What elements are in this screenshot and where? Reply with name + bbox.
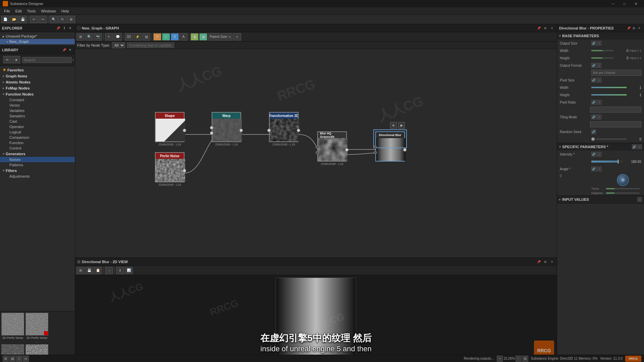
node-dirblur-in-port2[interactable]	[374, 151, 377, 154]
lib-item-noises[interactable]: Noises	[0, 157, 75, 162]
node-dirblur[interactable]: ⊕ ▶ Directional Blur	[375, 131, 405, 162]
node-warp-in-port1[interactable]	[210, 126, 213, 129]
lib-filters[interactable]: ▾ Filters	[0, 168, 75, 174]
node-shape-out-port[interactable]	[183, 129, 186, 132]
menu-help[interactable]: Help	[59, 8, 72, 14]
node-blurhq-in-port2[interactable]	[316, 151, 319, 154]
bottom-btn-1[interactable]: ⊞	[3, 356, 9, 362]
menu-file[interactable]: File	[1, 8, 13, 14]
angle-dial[interactable]	[617, 174, 629, 186]
node-shape[interactable]: Shape 2048x2048 - L16	[155, 112, 184, 146]
undo-button[interactable]: ↩	[30, 16, 38, 23]
graph-color-a[interactable]: A	[179, 33, 187, 41]
width-slider[interactable]	[591, 50, 613, 51]
base-params-header[interactable]: ▾ BASE PARAMETERS	[557, 32, 644, 40]
node-trans2d-in-port[interactable]	[267, 129, 271, 132]
props-close[interactable]: ✕	[637, 25, 642, 31]
bottom-btn-4[interactable]: ◎	[23, 356, 29, 362]
tree-item-graph[interactable]: ▪ New_Graph	[0, 39, 75, 44]
props-maximize[interactable]: ⊞	[631, 25, 637, 31]
random-seed-slider[interactable]	[596, 138, 627, 140]
specific-link-btn[interactable]: 🔗	[632, 144, 637, 149]
thumb-3d-perlin[interactable]: 3D Perlin Noise	[1, 313, 24, 343]
view2d-fit-btn[interactable]: ⊞	[76, 267, 85, 274]
minimize-button[interactable]: ─	[608, 0, 619, 7]
input-values-rel-btn[interactable]: ↕	[637, 197, 642, 202]
node-blurhq-out-port[interactable]	[345, 148, 348, 152]
pixel-height-slider[interactable]	[591, 94, 627, 96]
graph-comment-btn[interactable]: 💬	[114, 33, 122, 41]
intensity-rel-btn[interactable]: ↕	[597, 152, 601, 157]
node-blurhq-in-port1[interactable]	[316, 145, 319, 149]
filter-type-select[interactable]: All	[112, 42, 125, 48]
view2d-close[interactable]: ✕	[549, 259, 555, 264]
graph-color-3[interactable]: ▣	[199, 33, 207, 41]
bottom-btn-3[interactable]: ⬡	[16, 356, 22, 362]
graph-zoom-btn[interactable]: 🔍	[85, 33, 93, 41]
graph-select-btn[interactable]: ↖	[105, 33, 113, 41]
tiling-link-btn[interactable]: 🔗	[591, 115, 596, 119]
graph-screenshot-btn[interactable]: 📷	[94, 33, 102, 41]
lib-item-cast[interactable]: Cast	[0, 119, 75, 124]
degrees-slider[interactable]	[606, 192, 640, 194]
lib-item-constant[interactable]: Constant	[0, 97, 75, 103]
intensity-slider-handle[interactable]	[618, 160, 619, 164]
explorer-pin[interactable]: 📌	[55, 25, 61, 31]
lib-item-variables[interactable]: Variables	[0, 108, 75, 113]
lib-item-comparison[interactable]: Comparison	[0, 135, 75, 140]
view2d-maximize[interactable]: ⊞	[543, 259, 548, 264]
lib-item-vector[interactable]: Vector	[0, 103, 75, 108]
explorer-close[interactable]: ✕	[67, 25, 73, 31]
specific-rel-btn[interactable]: ↕	[637, 144, 642, 149]
random-seed-link-btn[interactable]: 🔗	[591, 129, 596, 134]
save-button[interactable]: 💾	[19, 16, 27, 23]
explorer-controls[interactable]: 📌 ℹ ✕	[55, 25, 73, 31]
library-controls[interactable]: 📌 ✕	[61, 47, 73, 53]
node-dirblur-in-port1[interactable]	[374, 145, 377, 149]
thumb-img-3d-perlin-2[interactable]	[25, 313, 48, 336]
graph-expand-btn[interactable]: »	[233, 33, 241, 41]
graph-color-r[interactable]: R	[153, 33, 161, 41]
view2d-arrow-btn[interactable]: →	[105, 267, 113, 274]
lib-item-function[interactable]: Function	[0, 140, 75, 145]
node-perlinnoise[interactable]: Perlin Noise 2048x2048 - L16	[155, 152, 184, 186]
angle-rel-btn[interactable]: ↕	[597, 167, 601, 171]
new-button[interactable]: 📄	[1, 16, 9, 23]
redo-button[interactable]: ↪	[39, 16, 47, 23]
pixel-size-rel-btn[interactable]: ↕	[597, 78, 601, 82]
lib-item-logical[interactable]: Logical	[0, 129, 75, 135]
view2d-copy-btn[interactable]: 📋	[94, 267, 102, 274]
output-format-rel-btn[interactable]: ↕	[597, 63, 601, 68]
graph-canvas[interactable]: 人人CG RRCG 人人CG	[75, 49, 557, 257]
tree-item-package[interactable]: ▸ Unsaved Package*	[0, 34, 75, 39]
thumb-3d-perlin-2[interactable]: 3D Perlin Noise ...	[25, 313, 48, 343]
graph-fit-btn[interactable]: ⊞	[76, 33, 85, 41]
zoom-out-btn[interactable]: -	[516, 356, 522, 362]
graph-maximize[interactable]: ⊞	[543, 25, 548, 31]
node-dirblur-icon2[interactable]: ▶	[398, 122, 405, 129]
pixel-ratio-link-btn[interactable]: 🔗	[591, 100, 596, 105]
graph-parent-size[interactable]: Parent Size: »	[208, 33, 232, 41]
pixel-width-slider[interactable]	[591, 87, 627, 88]
lib-function-nodes[interactable]: ▾ Function Nodes	[0, 91, 75, 97]
lib-generators[interactable]: ▾ Generators	[0, 151, 75, 157]
height-slider[interactable]	[591, 57, 613, 59]
node-perlinnoise-out-port[interactable]	[183, 169, 186, 172]
view2d-canvas[interactable]: 人人CG RRCG 人人CG 在虚幻引擎5中的纹理 然后 inside of u…	[75, 275, 557, 362]
open-button[interactable]: 📂	[10, 16, 18, 23]
grid-button[interactable]: ⊞	[67, 16, 75, 23]
bottom-btn-2[interactable]: ▤	[9, 356, 15, 362]
maximize-button[interactable]: □	[619, 0, 630, 7]
lib-star-icon[interactable]: ★	[12, 56, 20, 63]
menu-windows[interactable]: Windows	[38, 8, 59, 14]
node-warp-out-port[interactable]	[239, 129, 243, 132]
graph-color-2[interactable]: ▣	[191, 33, 199, 41]
library-close[interactable]: ✕	[67, 47, 73, 53]
view2d-save-btn[interactable]: 💾	[85, 267, 93, 274]
graph-close[interactable]: ✕	[549, 25, 555, 31]
graph-pin[interactable]: 📌	[536, 25, 541, 31]
graph-color-g[interactable]: G	[162, 33, 170, 41]
intensity-slider[interactable]	[591, 161, 623, 163]
view2d-info-btn[interactable]: ℹ	[116, 267, 124, 274]
node-dirblur-out-port[interactable]	[403, 148, 407, 152]
